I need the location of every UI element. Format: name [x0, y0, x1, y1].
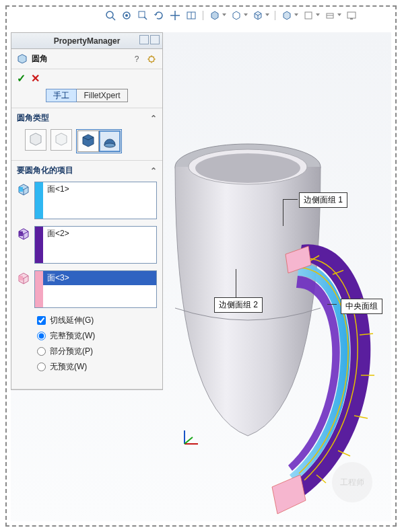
section-header[interactable]: 圆角类型 ⌃ [11, 108, 162, 126]
tab-filletxpert[interactable]: FilletXpert [77, 89, 127, 102]
display-style-dropdown[interactable] [222, 13, 226, 17]
scene-dropdown[interactable] [265, 13, 269, 17]
cancel-button[interactable]: ✕ [31, 72, 40, 85]
fillet-type-face[interactable] [77, 130, 99, 152]
leader-line [283, 199, 298, 200]
face-set-2-row: 面<2> [17, 226, 157, 264]
toolbar-separator [203, 11, 203, 20]
svg-rect-33 [19, 231, 23, 236]
view-orient-dropdown[interactable] [294, 13, 298, 17]
hide-show-dropdown[interactable] [316, 13, 320, 17]
fillet-mode-tabs: 手工 FilletXpert [11, 89, 162, 108]
callout-center-group: 中央面组 [341, 299, 382, 314]
appearance-dropdown[interactable] [337, 13, 341, 17]
toolbar-separator [275, 11, 275, 20]
face-set-3-row: 面<3> [17, 270, 157, 308]
face-set-icon [17, 227, 30, 241]
appearance-icon[interactable] [324, 9, 336, 22]
collapse-icon: ⌃ [150, 114, 157, 123]
svg-rect-34 [19, 276, 23, 280]
svg-point-3 [125, 14, 128, 17]
list-item[interactable]: 面<2> [43, 227, 156, 241]
leader-line [327, 304, 337, 305]
svg-point-31 [104, 143, 115, 147]
full-preview-radio[interactable]: 完整预览(W) [37, 330, 152, 342]
zoom-window-icon[interactable] [104, 9, 116, 22]
feature-name: 圆角 [32, 53, 48, 65]
face-set-1-list[interactable]: 面<1> [34, 182, 157, 219]
section-items-to-fillet: 要圆角化的项目 ⌃ 面<1> 面<2> [11, 161, 162, 389]
view-toolbar [104, 9, 358, 22]
pan-icon[interactable] [169, 9, 181, 22]
pm-title-text: PropertyManager [54, 36, 121, 46]
pm-title-bar: PropertyManager [11, 33, 162, 49]
full-screen-icon[interactable] [345, 9, 358, 22]
svg-rect-32 [19, 187, 23, 192]
fillet-type-constant[interactable] [25, 129, 46, 151]
shadow-icon[interactable] [230, 9, 242, 22]
color-stripe [35, 271, 43, 307]
svg-line-5 [144, 17, 147, 20]
hide-show-icon[interactable] [302, 9, 314, 22]
zoom-selection-icon[interactable] [137, 9, 149, 22]
callout-side-group-1: 边侧面组 1 [299, 192, 347, 208]
list-item[interactable]: 面<1> [43, 182, 156, 196]
tab-manual[interactable]: 手工 [46, 89, 77, 102]
shadow-dropdown[interactable] [244, 13, 248, 17]
color-stripe [35, 227, 43, 263]
fillet-type-full-round[interactable] [99, 130, 121, 152]
collapse-icon: ⌃ [150, 166, 157, 176]
fillet-feature-icon [17, 54, 28, 65]
svg-rect-11 [305, 12, 312, 19]
section-header[interactable]: 要圆角化的项目 ⌃ [11, 161, 162, 179]
section-label: 圆角类型 [17, 112, 49, 124]
list-item[interactable]: 面<3> [43, 271, 156, 285]
pm-feature-row: 圆角 ? [11, 49, 162, 69]
view-orient-icon[interactable] [281, 9, 293, 22]
pm-action-row: ✓ ✕ [11, 69, 162, 89]
partial-preview-radio[interactable]: 部分预览(P) [37, 346, 152, 357]
scene-icon[interactable] [252, 9, 264, 22]
color-stripe [35, 182, 43, 219]
svg-line-1 [112, 17, 115, 20]
fillet-type-variable[interactable] [51, 129, 72, 151]
no-preview-radio[interactable]: 无预览(W) [37, 361, 152, 373]
ok-button[interactable]: ✓ [17, 72, 26, 85]
section-view-icon[interactable] [185, 9, 197, 22]
pm-layout-icon[interactable] [139, 35, 149, 44]
zoom-fit-icon[interactable] [121, 9, 133, 22]
svg-rect-4 [139, 11, 145, 17]
pm-pin-icon[interactable] [150, 35, 160, 44]
section-fillet-type: 圆角类型 ⌃ [11, 108, 162, 161]
tangent-propagation-checkbox[interactable]: 切线延伸(G) [37, 315, 152, 326]
rotate-view-icon[interactable] [153, 9, 165, 22]
help-icon[interactable]: ? [131, 54, 142, 65]
svg-point-0 [106, 11, 113, 18]
callout-side-group-2: 边侧面组 2 [214, 297, 263, 313]
options-icon[interactable] [146, 54, 157, 65]
svg-rect-14 [347, 12, 356, 18]
section-label: 要圆角化的项目 [17, 165, 73, 176]
display-style-icon[interactable] [209, 9, 221, 22]
face-set-2-list[interactable]: 面<2> [34, 226, 157, 264]
face-set-1-row: 面<1> [17, 182, 157, 219]
fillet-options: 切线延伸(G) 完整预览(W) 部分预览(P) 无预览(W) [17, 315, 157, 382]
svg-rect-15 [350, 18, 353, 20]
property-manager-panel: PropertyManager 圆角 ? ✓ ✕ 手工 FilletXpert … [11, 32, 163, 390]
face-set-icon [17, 183, 30, 196]
leader-line [283, 199, 283, 226]
face-set-3-list[interactable]: 面<3> [34, 270, 157, 308]
leader-line [236, 269, 236, 297]
face-set-icon [17, 272, 30, 285]
